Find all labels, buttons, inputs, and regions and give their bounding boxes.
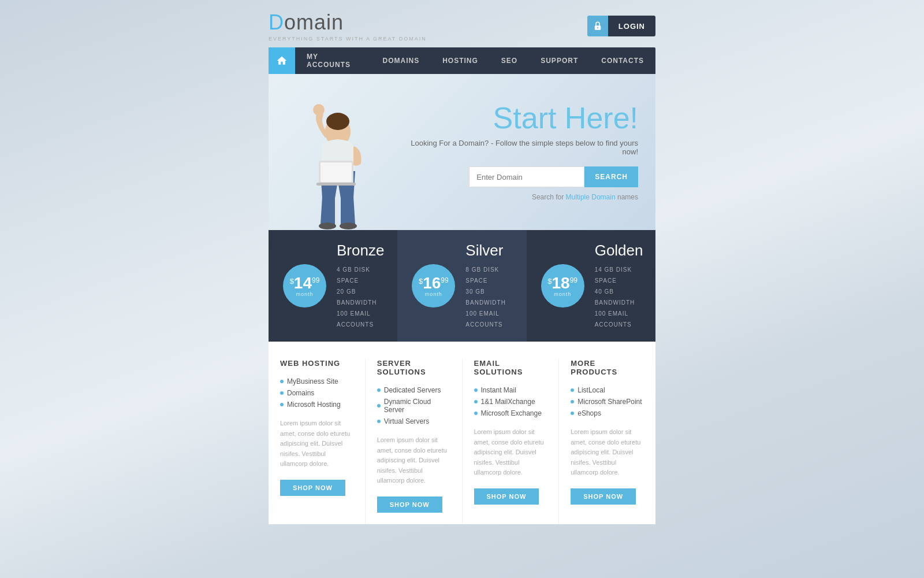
pricing-info-silver: Silver 8 GB DISK SPACE30 GB BANDWIDTH100… xyxy=(465,242,515,330)
pricing-card-bronze: $ 14 99 month Bronze 4 GB DISK SPACE20 G… xyxy=(269,230,397,342)
pricing-card-golden: $ 18 99 month Golden 14 GB DISK SPACE40 … xyxy=(527,230,655,342)
price-main-bronze: $ 14 99 xyxy=(290,275,320,291)
pricing-info-golden: Golden 14 GB DISK SPACE40 GB BANDWIDTH10… xyxy=(595,242,644,330)
products-section: WEB HOSTING MyBusiness Site Domains Micr… xyxy=(269,342,655,524)
list-item: Dynamic Cloud Server xyxy=(377,396,450,416)
bullet-icon xyxy=(280,403,284,406)
hero-person xyxy=(280,80,396,230)
product-title-more-products: MORE PRODUCTS xyxy=(571,359,644,376)
nav-item-domains[interactable]: DOMAINS xyxy=(371,47,431,74)
list-item: Domains xyxy=(280,387,353,399)
bullet-icon xyxy=(377,388,381,392)
bullet-icon xyxy=(377,404,381,407)
list-item: Instant Mail xyxy=(474,384,547,396)
bullet-icon xyxy=(474,388,478,392)
product-list-more-products: ListLocal Microsoft SharePoint eShops xyxy=(571,384,644,419)
outer-wrapper: Domain EVERYTHING STARTS WITH A GREAT DO… xyxy=(0,0,924,524)
price-period-bronze: month xyxy=(296,291,313,297)
product-title-web-hosting: WEB HOSTING xyxy=(280,359,353,368)
search-button[interactable]: SEARCH xyxy=(584,166,638,187)
top-bar: Domain EVERYTHING STARTS WITH A GREAT DO… xyxy=(269,0,655,47)
list-item: Microsoft Hosting xyxy=(280,399,353,410)
svg-point-8 xyxy=(319,223,336,229)
svg-rect-6 xyxy=(321,162,352,182)
multiple-domain-link[interactable]: Multiple Domain xyxy=(566,193,616,201)
hero-title: Start Here! xyxy=(396,103,638,133)
price-dollar-silver: $ xyxy=(419,277,423,286)
price-dollar-golden: $ xyxy=(547,277,552,286)
price-cents-golden: 99 xyxy=(570,276,578,284)
svg-point-1 xyxy=(597,27,598,28)
list-item: Microsoft SharePoint xyxy=(571,396,644,407)
login-button[interactable]: LOGIN xyxy=(608,16,655,36)
list-item: MyBusiness Site xyxy=(280,376,353,387)
nav-item-contacts[interactable]: CONTACTS xyxy=(590,47,655,74)
price-circle-bronze: $ 14 99 month xyxy=(283,264,326,307)
product-list-server-solutions: Dedicated Servers Dynamic Cloud Server V… xyxy=(377,384,450,427)
hero-subtitle: Looking For a Domain? - Follow the simpl… xyxy=(396,139,638,156)
product-col-more-products: MORE PRODUCTS ListLocal Microsoft ShareP… xyxy=(558,359,655,524)
price-amount-bronze: 14 xyxy=(294,275,312,291)
nav-home-button[interactable] xyxy=(269,47,295,74)
page-wrapper: Domain EVERYTHING STARTS WITH A GREAT DO… xyxy=(269,0,655,524)
bullet-icon xyxy=(280,380,284,383)
plan-features-bronze: 4 GB DISK SPACE20 GB BANDWIDTH100 EMAIL … xyxy=(337,264,386,330)
bullet-icon xyxy=(377,420,381,423)
svg-point-4 xyxy=(313,104,325,116)
price-cents-bronze: 99 xyxy=(312,276,319,284)
bullet-icon xyxy=(280,391,284,395)
nav-item-my-accounts[interactable]: MY ACCOUNTS xyxy=(295,47,371,74)
price-cents-silver: 99 xyxy=(441,276,448,284)
product-col-server-solutions: SERVER SOLUTIONS Dedicated Servers Dynam… xyxy=(365,359,462,524)
nav-item-seo[interactable]: SEO xyxy=(490,47,529,74)
product-title-email-solutions: EMAIL SOLUTIONS xyxy=(474,359,547,376)
bullet-icon xyxy=(571,400,574,403)
price-dollar-bronze: $ xyxy=(290,277,294,286)
nav-item-hosting[interactable]: HOSTING xyxy=(431,47,490,74)
lock-icon-box xyxy=(587,16,608,36)
pricing-card-silver: $ 16 99 month Silver 8 GB DISK SPACE30 G… xyxy=(397,230,526,342)
bullet-icon xyxy=(571,412,574,415)
product-desc-more-products: Lorem ipsum dolor sit amet, conse dolo e… xyxy=(571,427,644,478)
price-amount-silver: 16 xyxy=(423,275,441,291)
price-main-silver: $ 16 99 xyxy=(419,275,449,291)
shop-now-button-email-solutions[interactable]: SHOP NOW xyxy=(474,488,539,505)
logo-text: Domain xyxy=(269,10,427,35)
price-period-golden: month xyxy=(554,291,571,297)
hero-section: Start Here! Looking For a Domain? - Foll… xyxy=(269,74,655,230)
list-item: Microsoft Exchange xyxy=(474,407,547,419)
logo-tagline: EVERYTHING STARTS WITH A GREAT DOMAIN xyxy=(269,36,427,42)
price-period-silver: month xyxy=(425,291,442,297)
list-item: Dedicated Servers xyxy=(377,384,450,396)
price-main-golden: $ 18 99 xyxy=(547,275,578,291)
product-list-email-solutions: Instant Mail 1&1 MailXchange Microsoft E… xyxy=(474,384,547,419)
bullet-icon xyxy=(474,400,478,403)
product-col-web-hosting: WEB HOSTING MyBusiness Site Domains Micr… xyxy=(269,359,365,524)
product-desc-server-solutions: Lorem ipsum dolor sit amet, conse dolo e… xyxy=(377,435,450,486)
shop-now-button-more-products[interactable]: SHOP NOW xyxy=(571,488,636,505)
pricing-section: $ 14 99 month Bronze 4 GB DISK SPACE20 G… xyxy=(269,230,655,342)
shop-now-button-web-hosting[interactable]: SHOP NOW xyxy=(280,480,345,496)
plan-features-golden: 14 GB DISK SPACE40 GB BANDWIDTH100 EMAIL… xyxy=(595,264,644,330)
price-circle-silver: $ 16 99 month xyxy=(412,264,455,307)
plan-features-silver: 8 GB DISK SPACE30 GB BANDWIDTH100 EMAIL … xyxy=(465,264,515,330)
list-item: ListLocal xyxy=(571,384,644,396)
search-row: SEARCH xyxy=(396,166,638,187)
lock-icon xyxy=(593,21,603,31)
logo-area: Domain EVERYTHING STARTS WITH A GREAT DO… xyxy=(269,10,427,42)
svg-point-3 xyxy=(326,113,349,130)
plan-name-silver: Silver xyxy=(465,242,515,260)
person-illustration xyxy=(283,86,393,230)
list-item: Virtual Servers xyxy=(377,416,450,427)
plan-name-golden: Golden xyxy=(595,242,644,260)
shop-now-button-server-solutions[interactable]: SHOP NOW xyxy=(377,497,442,513)
nav-items: MY ACCOUNTS DOMAINS HOSTING SEO SUPPORT … xyxy=(295,47,655,74)
login-area: LOGIN xyxy=(587,16,655,36)
product-desc-web-hosting: Lorem ipsum dolor sit amet, conse dolo e… xyxy=(280,418,353,469)
nav-item-support[interactable]: SUPPORT xyxy=(529,47,590,74)
pricing-info-bronze: Bronze 4 GB DISK SPACE20 GB BANDWIDTH100… xyxy=(337,242,386,330)
home-icon xyxy=(276,55,288,66)
domain-search-input[interactable] xyxy=(469,166,584,187)
svg-rect-7 xyxy=(316,183,356,186)
multiple-domain-text: Search for Multiple Domain names xyxy=(396,193,638,201)
